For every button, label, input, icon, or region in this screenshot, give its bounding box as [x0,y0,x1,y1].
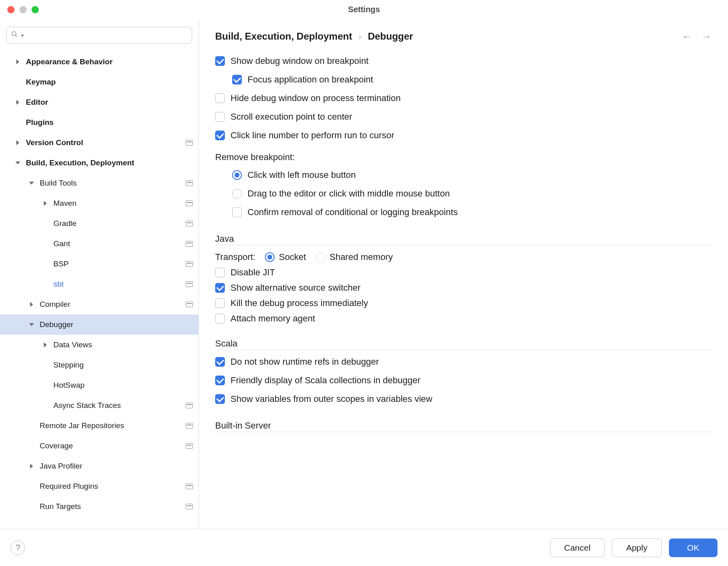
radio-icon[interactable] [232,170,242,180]
sidebar-item-debugger[interactable]: Debugger [0,315,199,335]
checkbox-icon[interactable] [215,56,225,66]
chevron-right-icon[interactable] [15,99,21,106]
radio-left-click[interactable]: Click with left mouse button [215,166,712,184]
sidebar-item-label: Java Profiler [40,462,199,471]
chevron-right-icon[interactable] [15,59,21,65]
checkbox-icon[interactable] [215,298,225,308]
sidebar-item-maven[interactable]: Maven [0,193,199,213]
cancel-button[interactable]: Cancel [550,539,605,557]
sidebar-item-version-control[interactable]: Version Control [0,133,199,153]
sidebar-item-stepping[interactable]: Stepping [0,355,199,375]
sidebar-item-build-execution-deployment[interactable]: Build, Execution, Deployment [0,153,199,173]
checkbox-icon[interactable] [215,394,225,404]
chevron-right-icon[interactable] [28,463,35,469]
sidebar-item-label: Build, Execution, Deployment [26,158,199,167]
chevron-down-icon[interactable] [28,321,35,328]
chevron-spacer [28,422,35,429]
sidebar-item-plugins[interactable]: Plugins [0,112,199,133]
chevron-down-icon[interactable] [28,180,35,186]
sidebar-item-label: Build Tools [40,179,186,188]
project-settings-icon [186,281,193,287]
sidebar-item-gradle[interactable]: Gradle [0,213,199,234]
checkbox-icon[interactable] [215,93,225,103]
opt-kill-immediately[interactable]: Kill the debug process immediately [215,296,712,311]
sidebar-item-hotswap[interactable]: HotSwap [0,375,199,395]
search-field[interactable] [6,27,192,44]
checkbox-icon[interactable] [232,75,242,84]
body: Appearance & BehaviorKeymapEditorPlugins… [0,19,728,529]
sidebar-item-run-targets[interactable]: Run Targets [0,496,199,517]
opt-focus-application[interactable]: Focus application on breakpoint [215,70,712,89]
radio-icon[interactable] [265,252,275,262]
checkbox-icon[interactable] [215,376,225,385]
traffic-lights [7,6,39,13]
sidebar-item-gant[interactable]: Gant [0,234,199,254]
help-button[interactable]: ? [11,541,25,555]
chevron-down-icon[interactable] [15,160,21,166]
sidebar-item-java-profiler[interactable]: Java Profiler [0,456,199,476]
project-settings-icon [186,302,193,307]
opt-scroll-center[interactable]: Scroll execution point to center [215,108,712,126]
minimize-window-button[interactable] [19,6,27,13]
sidebar-item-remote-jar-repositories[interactable]: Remote Jar Repositories [0,416,199,436]
section-scala: Scala [215,326,712,350]
checkbox-icon[interactable] [215,283,225,293]
radio-drag-middle[interactable]: Drag to the editor or click with middle … [215,184,712,203]
opt-runtime-refs[interactable]: Do not show runtime refs in debugger [215,353,712,371]
sidebar-item-coverage[interactable]: Coverage [0,436,199,456]
search-icon [11,31,18,40]
checkbox-icon[interactable] [215,268,225,277]
sidebar-item-data-views[interactable]: Data Views [0,335,199,355]
apply-button[interactable]: Apply [612,539,662,557]
chevron-right-icon[interactable] [15,139,21,146]
opt-attach-memory-agent[interactable]: Attach memory agent [215,311,712,326]
sidebar-item-required-plugins[interactable]: Required Plugins [0,476,199,496]
chevron-right-icon[interactable] [42,342,49,348]
maximize-window-button[interactable] [32,6,39,13]
checkbox-icon[interactable] [232,207,242,217]
opt-outer-scopes[interactable]: Show variables from outer scopes in vari… [215,390,712,408]
ok-button[interactable]: OK [669,539,717,557]
close-window-button[interactable] [7,6,15,13]
chevron-spacer [15,79,21,85]
opt-disable-jit[interactable]: Disable JIT [215,265,712,280]
sidebar-item-sbt[interactable]: sbt [0,274,199,294]
svg-marker-3 [16,59,19,64]
opt-show-debug-window[interactable]: Show debug window on breakpoint [215,52,712,70]
sidebar-item-appearance-behavior[interactable]: Appearance & Behavior [0,52,199,72]
sidebar-item-compiler[interactable]: Compiler [0,294,199,315]
chevron-right-icon[interactable] [42,200,49,207]
sidebar-item-async-stack-traces[interactable]: Async Stack Traces [0,395,199,416]
sidebar-item-label: Maven [53,199,186,208]
checkbox-icon[interactable] [215,131,225,140]
sidebar-item-label: Async Stack Traces [53,401,186,410]
content-header: Build, Execution, Deployment › Debugger … [199,19,728,47]
nav-back-icon[interactable]: ← [682,31,692,42]
svg-marker-9 [30,302,33,307]
radio-icon[interactable] [232,189,242,199]
svg-point-0 [12,32,16,36]
radio-icon [316,252,326,262]
opt-confirm-removal[interactable]: Confirm removal of conditional or loggin… [215,203,712,222]
sidebar-item-label: sbt [53,280,186,289]
sidebar-item-editor[interactable]: Editor [0,92,199,112]
chevron-right-icon: › [359,32,362,41]
opt-hide-on-termination[interactable]: Hide debug window on process termination [215,89,712,108]
sidebar: Appearance & BehaviorKeymapEditorPlugins… [0,19,199,529]
checkbox-icon[interactable] [215,314,225,323]
opt-alt-source-switcher[interactable]: Show alternative source switcher [215,280,712,296]
search-input[interactable] [27,31,188,40]
opt-click-line-number[interactable]: Click line number to perform run to curs… [215,126,712,145]
sidebar-item-build-tools[interactable]: Build Tools [0,173,199,193]
chevron-right-icon[interactable] [28,301,35,308]
sidebar-item-label: Debugger [40,320,199,329]
settings-tree: Appearance & BehaviorKeymapEditorPlugins… [0,49,199,529]
project-settings-icon [186,221,193,226]
sidebar-item-keymap[interactable]: Keymap [0,72,199,92]
opt-friendly-collections[interactable]: Friendly display of Scala collections in… [215,371,712,390]
radio-socket[interactable]: Socket [265,252,306,262]
checkbox-icon[interactable] [215,357,225,367]
checkbox-icon[interactable] [215,112,225,122]
nav-forward-icon[interactable]: → [701,31,712,42]
sidebar-item-bsp[interactable]: BSP [0,254,199,274]
